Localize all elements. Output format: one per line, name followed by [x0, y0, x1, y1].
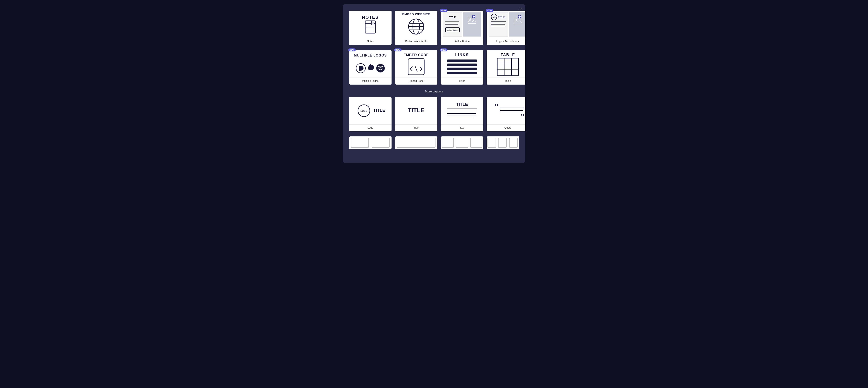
card-multiple-logos-label: Multiple Logos	[349, 78, 392, 85]
blank-svg	[395, 137, 437, 149]
card-table-image: TABLE	[487, 50, 525, 78]
card-three-col-image	[441, 137, 483, 149]
more-layouts-section: More Layouts LOGO TITLE Logo	[349, 90, 519, 149]
card-embed-website-image: EMBED WEBSITE WWW	[395, 11, 437, 38]
embed-code-svg: EMBED CODE	[395, 50, 437, 78]
card-links-label: Links	[441, 78, 483, 85]
svg-text:NOTES: NOTES	[362, 15, 379, 20]
card-grid-row4	[349, 137, 519, 149]
svg-text:": "	[520, 112, 525, 121]
svg-text:WWW: WWW	[413, 25, 420, 28]
svg-rect-80	[509, 138, 518, 147]
three-col-svg	[441, 137, 483, 149]
multiple-logos-svg: MULTIPLE LOGOS	[349, 50, 392, 78]
svg-rect-76	[456, 138, 468, 147]
card-text-image: TITLE	[441, 97, 483, 124]
two-col-svg	[349, 137, 392, 149]
card-action-button-image: TITLE Action Button	[441, 11, 483, 38]
card-multiple-logos[interactable]: NEW MULTIPLE LOGOS	[349, 50, 392, 85]
svg-rect-78	[488, 138, 496, 147]
title-svg: TITLE	[395, 97, 437, 124]
logo-svg: LOGO TITLE	[349, 97, 392, 124]
card-quote[interactable]: " " Quote	[487, 97, 525, 131]
new-badge-embed-code: NEW	[394, 49, 402, 52]
svg-text:EMBED CODE: EMBED CODE	[404, 53, 429, 57]
svg-rect-79	[498, 138, 506, 147]
card-table[interactable]: TABLE Table	[487, 50, 525, 85]
svg-text:LOGO: LOGO	[491, 16, 497, 18]
card-action-button[interactable]: NEW TITLE Action Button	[441, 11, 483, 45]
card-text[interactable]: TITLE Text	[441, 97, 483, 131]
svg-point-42	[376, 64, 385, 72]
card-grid-row2: NEW MULTIPLE LOGOS	[349, 50, 519, 85]
card-table-label: Table	[487, 78, 525, 85]
card-three-col[interactable]	[441, 137, 483, 149]
svg-rect-73	[372, 138, 390, 147]
card-notes-image: NOTES	[349, 11, 392, 38]
card-title-image: TITLE	[395, 97, 437, 124]
card-logo-text-image[interactable]: NEW LOGO TITLE	[487, 11, 525, 45]
svg-line-45	[415, 66, 417, 71]
svg-text:Action Button: Action Button	[447, 29, 458, 31]
card-blank-image	[395, 137, 437, 149]
svg-text:LOGO: LOGO	[361, 110, 368, 112]
svg-rect-52	[497, 58, 519, 76]
card-quote-image: " "	[487, 97, 525, 124]
svg-text:TITLE: TITLE	[449, 16, 456, 19]
svg-text:TITLE: TITLE	[498, 16, 505, 19]
new-badge-action-button: NEW	[440, 9, 447, 12]
card-four-col[interactable]	[487, 137, 519, 149]
card-action-button-label: Action Button	[441, 38, 483, 45]
action-button-svg: TITLE Action Button	[441, 11, 483, 38]
svg-text:TITLE: TITLE	[456, 102, 468, 107]
svg-text:EMBED WEBSITE: EMBED WEBSITE	[402, 12, 430, 16]
svg-text:TITLE: TITLE	[408, 107, 425, 114]
svg-text:TABLE: TABLE	[501, 53, 515, 57]
card-grid-row3: LOGO TITLE Logo TITLE Title	[349, 97, 519, 131]
card-two-col[interactable]	[349, 137, 392, 149]
table-svg: TABLE	[487, 50, 525, 78]
quote-svg: " "	[487, 97, 525, 124]
embed-website-svg: EMBED WEBSITE WWW	[395, 11, 437, 38]
card-embed-code[interactable]: NEW EMBED CODE Embed Code	[395, 50, 437, 85]
links-svg: LINKS	[441, 50, 483, 78]
new-badge-logo-text-image: NEW	[486, 9, 493, 12]
card-notes[interactable]: NOTES Notes	[349, 11, 392, 45]
more-layouts-title: More Layouts	[349, 90, 519, 93]
card-quote-label: Quote	[487, 124, 525, 131]
card-text-label: Text	[441, 124, 483, 131]
text-svg: TITLE	[441, 97, 483, 124]
svg-rect-49	[447, 67, 477, 70]
card-embed-website-label: Embed Website Url	[395, 38, 437, 45]
new-badge-links: NEW	[440, 49, 447, 52]
card-four-col-image	[487, 137, 519, 149]
card-title-label: Title	[395, 124, 437, 131]
svg-text:": "	[493, 101, 499, 113]
card-embed-code-image: EMBED CODE	[395, 50, 437, 78]
card-blank[interactable]	[395, 137, 437, 149]
svg-rect-75	[442, 138, 454, 147]
new-badge-multiple-logos: NEW	[348, 49, 355, 52]
svg-text:MULTIPLE LOGOS: MULTIPLE LOGOS	[354, 54, 386, 57]
svg-rect-72	[351, 138, 369, 147]
svg-rect-1	[365, 21, 375, 33]
svg-rect-34	[509, 12, 525, 36]
card-logo-text-image-image: LOGO TITLE	[487, 11, 525, 38]
card-logo-label: Logo	[349, 124, 392, 131]
card-logo-image: LOGO TITLE	[349, 97, 392, 124]
card-embed-website[interactable]: EMBED WEBSITE WWW Embed Website Url	[395, 11, 437, 45]
svg-rect-20	[463, 12, 481, 36]
card-links-image: LINKS	[441, 50, 483, 78]
card-multiple-logos-image: MULTIPLE LOGOS	[349, 50, 392, 78]
modal-overlay: × NOTES	[0, 0, 868, 388]
svg-rect-47	[447, 59, 477, 62]
card-grid-row1: NOTES Notes	[349, 11, 519, 45]
card-notes-label: Notes	[349, 38, 392, 45]
card-two-col-image	[349, 137, 392, 149]
svg-rect-50	[447, 71, 477, 74]
svg-rect-48	[447, 63, 477, 66]
svg-text:LINKS: LINKS	[455, 53, 469, 57]
card-title[interactable]: TITLE Title	[395, 97, 437, 131]
card-links[interactable]: NEW LINKS Links	[441, 50, 483, 85]
card-logo[interactable]: LOGO TITLE Logo	[349, 97, 392, 131]
